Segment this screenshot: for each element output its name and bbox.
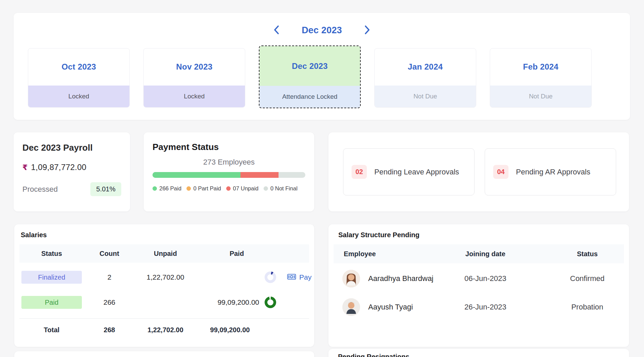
legend-item-unpaid: 07 Unpaid [226, 185, 258, 192]
pay-button-label: Pay [299, 273, 311, 281]
legend-label: 0 Not Final [270, 185, 298, 192]
processed-label: Processed [22, 185, 58, 194]
month-card-nov-2023[interactable]: Nov 2023 Locked [143, 48, 245, 108]
legend-dot-unpaid [226, 186, 231, 191]
joining-date: 26-Jun-2023 [420, 303, 551, 312]
header-joining-date: Joining date [420, 250, 551, 258]
month-status: Attendance Locked [260, 86, 360, 108]
month-status: Not Due [375, 86, 476, 107]
ar-approvals-count-badge: 04 [493, 165, 508, 179]
paid-paid-amount: 99,09,200.00 [217, 298, 259, 306]
legend-label: 0 Part Paid [193, 185, 221, 192]
approvals-card: 02 Pending Leave Approvals 04 Pending AR… [328, 132, 629, 211]
month-card-feb-2024[interactable]: Feb 2024 Not Due [490, 48, 592, 108]
month-status: Locked [144, 86, 245, 107]
legend-label: 266 Paid [159, 185, 181, 192]
header-unpaid: Unpaid [135, 250, 196, 258]
month-navigation: Dec 2023 [14, 24, 630, 37]
bar-segment-unpaid [240, 172, 279, 178]
legend-dot-paid [153, 186, 157, 191]
month-label: Oct 2023 [61, 62, 96, 72]
month-label: Jan 2024 [408, 62, 443, 72]
total-paid: 99,09,200.00 [196, 326, 278, 334]
finalized-unpaid-amount: 1,22,702.00 [135, 273, 196, 281]
employee-row: Aayush Tyagi 26-Jun-2023 Probation [334, 294, 624, 320]
total-count: 268 [84, 326, 135, 334]
month-strip-card: Dec 2023 Oct 2023 Locked Nov 2023 Locked… [14, 13, 630, 120]
paid-donut-chart [265, 297, 276, 308]
payment-status-title: Payment Status [153, 142, 305, 152]
salaries-title: Salaries [21, 231, 309, 239]
payroll-summary-card: Dec 2023 Payroll ₹ 1,09,87,772.00 Proces… [14, 132, 130, 211]
salary-structure-title: Salary Structure Pending [338, 231, 624, 239]
status-badge-paid: Paid [21, 296, 82, 309]
table-row-total: Total 268 1,22,702.00 99,09,200.00 [19, 318, 309, 341]
avatar [342, 298, 360, 316]
payroll-title: Dec 2023 Payroll [22, 143, 121, 153]
salaries-table: Status Count Unpaid Paid Finalized 2 1,2… [19, 244, 309, 341]
joining-date: 06-Jun-2023 [420, 274, 551, 283]
employee-name: Aayush Tyagi [368, 303, 413, 312]
bar-segment-paid [153, 172, 240, 178]
banknote-icon [287, 273, 296, 281]
month-card-oct-2023[interactable]: Oct 2023 Locked [28, 48, 130, 108]
table-row-paid: Paid 266 99,09,200.00 [19, 292, 309, 313]
months-row: Oct 2023 Locked Nov 2023 Locked Dec 2023… [14, 47, 630, 108]
month-label: Nov 2023 [176, 62, 213, 72]
employee-row: Aaradhya Bhardwaj 06-Jun-2023 Confirmed [334, 265, 624, 292]
structure-table-header: Employee Joining date Status [334, 244, 624, 263]
next-card-sliver [14, 351, 314, 357]
legend-item-not-final: 0 Not Final [264, 185, 298, 192]
employee-status: Confirmed [551, 274, 624, 283]
table-row-finalized: Finalized 2 1,22,702.00 [19, 267, 309, 288]
pending-resignations-card: Pending Resignations [328, 349, 629, 357]
employee-status: Probation [551, 303, 624, 312]
chevron-left-icon [273, 25, 279, 36]
header-count: Count [84, 250, 135, 258]
leave-approvals-count-badge: 02 [352, 165, 367, 179]
chevron-right-icon [364, 25, 370, 36]
header-paid: Paid [196, 250, 278, 258]
processed-percent-badge: 5.01% [90, 182, 121, 196]
legend-item-paid: 266 Paid [153, 185, 181, 192]
finalized-count: 2 [84, 273, 135, 281]
next-month-button[interactable] [363, 24, 372, 37]
payment-legend: 266 Paid 0 Part Paid 07 Unpaid 0 Not Fin… [153, 185, 305, 192]
month-label: Dec 2023 [292, 61, 328, 71]
payment-status-card: Payment Status 273 Employees 266 Paid 0 … [144, 132, 314, 211]
month-card-jan-2024[interactable]: Jan 2024 Not Due [374, 48, 476, 108]
month-label: Feb 2024 [523, 62, 558, 72]
total-unpaid: 1,22,702.00 [135, 326, 196, 334]
legend-dot-not-final [264, 186, 268, 191]
paid-count: 266 [84, 298, 135, 306]
avatar [342, 270, 360, 287]
header-employee: Employee [334, 250, 376, 258]
payment-progress-bar [153, 172, 305, 178]
header-status: Status [19, 250, 84, 258]
salaries-card: Salaries Status Count Unpaid Paid Finali… [14, 224, 314, 347]
legend-label: 07 Unpaid [233, 185, 258, 192]
pay-button[interactable]: Pay [287, 273, 311, 281]
employees-count: 273 Employees [153, 158, 305, 167]
leave-approvals-label: Pending Leave Approvals [374, 168, 459, 176]
header-structure-status: Status [551, 250, 624, 258]
status-badge-finalized: Finalized [21, 271, 82, 284]
current-month-title: Dec 2023 [302, 25, 342, 36]
legend-item-part-paid: 0 Part Paid [186, 185, 221, 192]
legend-dot-part-paid [186, 186, 191, 191]
pending-ar-approvals[interactable]: 04 Pending AR Approvals [485, 148, 616, 195]
salaries-table-header: Status Count Unpaid Paid [19, 244, 309, 263]
prev-month-button[interactable] [272, 24, 281, 37]
month-card-dec-2023-selected[interactable]: Dec 2023 Attendance Locked [259, 45, 361, 108]
month-status: Not Due [490, 86, 591, 107]
total-label: Total [19, 326, 84, 334]
salary-structure-pending-card: Salary Structure Pending Employee Joinin… [328, 224, 629, 347]
pending-leave-approvals[interactable]: 02 Pending Leave Approvals [343, 148, 475, 195]
finalized-donut-chart [265, 271, 276, 283]
ar-approvals-label: Pending AR Approvals [516, 168, 590, 176]
payroll-amount: 1,09,87,772.00 [31, 163, 86, 172]
month-status: Locked [28, 86, 129, 107]
rupee-symbol: ₹ [22, 163, 28, 172]
pending-resignations-title: Pending Resignations [338, 353, 629, 357]
